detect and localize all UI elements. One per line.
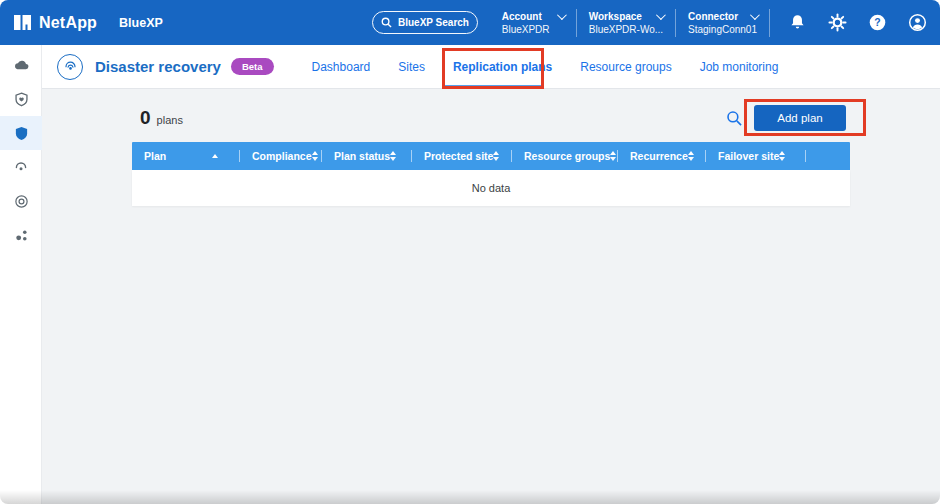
tab-resource-groups[interactable]: Resource groups [580, 45, 671, 88]
table-toolbar: 0 plans Add plan [132, 95, 850, 137]
tab-sites[interactable]: Sites [398, 45, 425, 88]
tab-dashboard[interactable]: Dashboard [312, 45, 371, 88]
column-label: Compliance [252, 150, 312, 162]
topbar-menu-value: StagingConn01 [688, 24, 757, 35]
notifications-bell-button[interactable] [782, 8, 812, 38]
sort-icon[interactable] [312, 151, 318, 161]
plans-table: PlanCompliancePlan statusProtected siteR… [132, 142, 850, 206]
chevron-down-icon [557, 10, 567, 20]
column-label: Plan [144, 150, 166, 162]
topbar-icon-buttons: ? [782, 8, 932, 38]
sidebar-item-protection-shield[interactable] [0, 116, 42, 150]
search-icon [726, 110, 743, 127]
restore-icon [13, 159, 29, 175]
netapp-brand[interactable]: NetApp BlueXP [14, 0, 163, 45]
sort-icon[interactable] [610, 151, 616, 161]
topbar-menu-account[interactable]: Account BlueXPDR [490, 11, 576, 35]
add-plan-button[interactable]: Add plan [754, 105, 846, 131]
topbar-menu-value: BlueXPDR [502, 24, 564, 35]
column-label: Plan status [334, 150, 390, 162]
settings-gear-button[interactable] [822, 8, 852, 38]
bluexp-app-window: NetApp BlueXP BlueXP Search Account Blue… [0, 0, 940, 504]
topbar: NetApp BlueXP BlueXP Search Account Blue… [0, 0, 940, 45]
topbar-menu-value: BlueXPDR-Wo... [589, 24, 663, 35]
tab-job-monitoring[interactable]: Job monitoring [700, 45, 779, 88]
sidebar-item-observability[interactable] [0, 184, 42, 218]
column-label: Recurrence [630, 150, 688, 162]
page-title: Disaster recovery [95, 58, 221, 75]
sort-icon[interactable] [493, 151, 499, 161]
column-header-compliance[interactable]: Compliance [240, 142, 322, 170]
user-profile-icon [908, 13, 927, 32]
topbar-menu-workspace[interactable]: Workspace BlueXPDR-Wo... [577, 11, 675, 35]
storage-cloud-icon [13, 57, 30, 74]
plan-count-number: 0 [140, 107, 151, 129]
chevron-down-icon [750, 10, 760, 20]
content-area: Disaster recovery Beta DashboardSitesRep… [42, 45, 940, 504]
search-icon [381, 17, 392, 28]
sort-icon[interactable] [779, 151, 785, 161]
sidebar [0, 45, 42, 504]
chevron-down-icon [656, 10, 666, 20]
sort-icon[interactable] [688, 151, 694, 161]
topbar-menu-connector[interactable]: Connector StagingConn01 [676, 11, 769, 35]
sort-icon[interactable] [390, 151, 396, 161]
settings-gear-icon [828, 13, 847, 32]
topbar-menu-label: Account [502, 11, 542, 22]
protection-shield-icon [14, 126, 29, 141]
column-header-plan[interactable]: Plan [132, 142, 240, 170]
svg-text:?: ? [874, 17, 880, 28]
tab-annotation-box [442, 48, 544, 89]
sidebar-item-mobility-nodes[interactable] [0, 218, 42, 252]
column-header-failover-site[interactable]: Failover site [706, 142, 806, 170]
tab-replication-plans[interactable]: Replication plans [453, 45, 552, 88]
plan-count-label: plans [157, 114, 183, 126]
sidebar-nav [0, 48, 41, 252]
plan-count: 0 plans [140, 107, 183, 129]
topbar-right: Account BlueXPDR Workspace BlueXPDR-Wo..… [490, 0, 932, 45]
page-header: Disaster recovery Beta DashboardSitesRep… [42, 45, 940, 89]
mobility-nodes-icon [14, 228, 29, 243]
observability-icon [14, 194, 29, 209]
health-shield-icon [14, 92, 29, 107]
sidebar-item-storage-cloud[interactable] [0, 48, 42, 82]
sort-asc-icon[interactable] [212, 154, 218, 158]
column-header-plan-status[interactable]: Plan status [322, 142, 412, 170]
topbar-menu-label: Workspace [589, 11, 642, 22]
tabs: DashboardSitesReplication plansResource … [312, 45, 779, 88]
notifications-bell-icon [788, 13, 807, 32]
netapp-logo-icon [14, 14, 31, 31]
help-button[interactable]: ? [862, 8, 892, 38]
brand-name: NetApp [39, 14, 97, 32]
column-label: Protected site [424, 150, 493, 162]
table-search-button[interactable] [724, 108, 744, 128]
column-label: Failover site [718, 150, 779, 162]
help-icon: ? [868, 13, 887, 32]
table-header-row: PlanCompliancePlan statusProtected siteR… [132, 142, 850, 170]
beta-badge: Beta [231, 58, 274, 75]
search-label: BlueXP Search [398, 17, 469, 28]
column-label: Resource groups [524, 150, 610, 162]
user-profile-button[interactable] [902, 8, 932, 38]
sidebar-item-health-shield[interactable] [0, 82, 42, 116]
column-header-resource-groups[interactable]: Resource groups [512, 142, 618, 170]
column-header-recurrence[interactable]: Recurrence [618, 142, 706, 170]
topbar-menu-label: Connector [688, 11, 738, 22]
column-header-actions [806, 142, 850, 170]
table-empty-row: No data [132, 170, 850, 206]
disaster-recovery-icon [57, 54, 83, 80]
sidebar-item-restore[interactable] [0, 150, 42, 184]
active-tab-underline [444, 85, 542, 88]
column-header-protected-site[interactable]: Protected site [412, 142, 512, 170]
topbar-divider [769, 9, 770, 37]
product-name: BlueXP [119, 16, 163, 30]
bluexp-search-button[interactable]: BlueXP Search [372, 11, 478, 34]
